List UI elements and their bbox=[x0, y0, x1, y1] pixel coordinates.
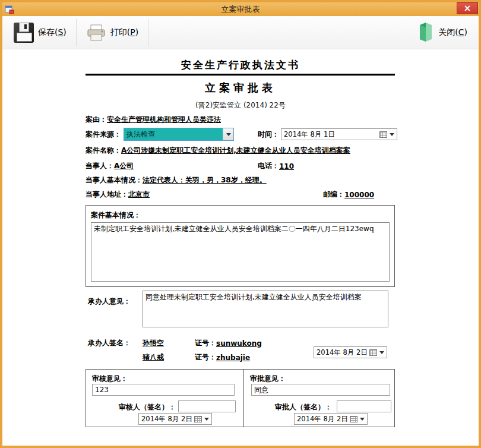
review-approval-box: 审核意见： 审核人（签名）： 2014年 8月 2日 审批意见： 审批人（签名）… bbox=[86, 369, 395, 427]
party-row: 当事人： A公司 电话： 110 bbox=[86, 161, 395, 171]
time-datepicker-value: 2014年 8月 1日 bbox=[284, 130, 379, 139]
window-title: 立案审批表 bbox=[2, 4, 479, 15]
double-rule bbox=[86, 74, 395, 76]
doc-number: (晋2)安监管立 (2014) 22号 bbox=[2, 100, 479, 111]
titlebar-close-button[interactable] bbox=[457, 2, 478, 14]
case-source-combobox[interactable]: 执法检查 bbox=[124, 128, 234, 141]
time-label: 时间： bbox=[258, 130, 279, 140]
postcode-group: 邮编： 100000 bbox=[323, 190, 374, 200]
party-label: 当事人： bbox=[86, 161, 114, 171]
postcode-label: 邮编： bbox=[323, 190, 344, 200]
signer-name-link[interactable]: 孙悟空 bbox=[143, 338, 195, 348]
save-button[interactable]: 保存(S) bbox=[7, 18, 73, 48]
case-name-label: 案件名称： bbox=[86, 146, 121, 156]
toolbar-separator bbox=[76, 19, 77, 46]
approval-opinion-input[interactable] bbox=[251, 384, 390, 396]
party-info-label: 当事人基本情况： bbox=[86, 175, 143, 185]
handler-datepicker-value: 2014年 8月 2日 bbox=[317, 348, 369, 357]
party-link[interactable]: A公司 bbox=[114, 161, 134, 171]
party-address-label: 当事人地址： bbox=[86, 190, 128, 200]
print-button[interactable]: 打印(P) bbox=[80, 18, 145, 48]
approval-datepicker[interactable]: 2014年 8月 2日 bbox=[294, 413, 368, 425]
review-column: 审核意见： 审核人（签名）： 2014年 8月 2日 bbox=[86, 370, 244, 427]
phone-label: 电话： bbox=[258, 161, 279, 171]
approval-signer-label: 审批人（签名）： bbox=[275, 402, 332, 412]
case-detail-textarea[interactable]: 未制定职工安全培训计划,未建立健全从业人员安全培训档案二〇一四年八月二日123e… bbox=[91, 222, 390, 282]
review-datepicker[interactable]: 2014年 8月 2日 bbox=[138, 413, 212, 425]
chevron-down-icon bbox=[390, 133, 394, 136]
case-reason-row: 案由： 安全生产管理机构和管理人员类违法 bbox=[86, 115, 395, 125]
cert-number-link[interactable]: zhubajie bbox=[216, 354, 250, 362]
cert-label: 证号： bbox=[195, 338, 216, 348]
party-address-link[interactable]: 北京市 bbox=[128, 190, 150, 200]
case-detail-label: 案件基本情况： bbox=[91, 210, 141, 220]
save-button-label: 保存 bbox=[38, 27, 55, 37]
review-opinion-label: 审核意见： bbox=[92, 374, 128, 384]
cert-label: 证号： bbox=[195, 352, 216, 362]
approval-column: 审批意见： 审批人（签名）： 2014年 8月 2日 bbox=[244, 370, 394, 427]
chevron-down-icon bbox=[379, 351, 384, 354]
toolbar: 保存(S) 打印(P) 关闭(C) bbox=[2, 16, 479, 49]
dialog-window: 立案审批表 保存(S) 打印(P) 关闭(C) bbox=[0, 0, 481, 448]
handler-opinion-textarea[interactable]: 同意处理未制定职工安全培训计划,未建立健全从业人员安全培训档案 bbox=[143, 291, 388, 327]
party-address-row: 当事人地址： 北京市 邮编： 100000 bbox=[86, 190, 395, 200]
case-reason-label: 案由： bbox=[86, 115, 107, 125]
handler-sign-label: 承办人签名： bbox=[88, 338, 131, 348]
case-source-row: 案件来源： 执法检查 时间： 2014年 8月 1日 bbox=[86, 128, 395, 141]
handler-sign-row: 猪八戒 证号： zhubajie bbox=[143, 352, 250, 362]
signer-name-link[interactable]: 猪八戒 bbox=[143, 352, 195, 362]
calendar-icon bbox=[379, 131, 387, 138]
case-source-label: 案件来源： bbox=[86, 130, 121, 140]
cert-number-link[interactable]: sunwukong bbox=[216, 339, 262, 348]
review-datepicker-value: 2014年 8月 2日 bbox=[141, 415, 194, 424]
review-opinion-input[interactable] bbox=[92, 384, 235, 396]
phone-group: 电话： 110 bbox=[258, 161, 294, 171]
doc-header: 安全生产行政执法文书 bbox=[2, 58, 479, 72]
save-floppy-icon bbox=[14, 23, 34, 43]
case-detail-box: 案件基本情况： 未制定职工安全培训计划,未建立健全从业人员安全培训档案二〇一四年… bbox=[86, 205, 395, 287]
postcode-link[interactable]: 100000 bbox=[344, 191, 374, 199]
chevron-down-icon bbox=[204, 418, 209, 421]
calendar-icon bbox=[350, 416, 357, 422]
doc-title: 立案审批表 bbox=[2, 81, 479, 95]
close-button-label: 关闭 bbox=[438, 27, 455, 37]
review-signer-input[interactable] bbox=[178, 400, 236, 412]
print-button-label: 打印 bbox=[110, 27, 127, 37]
chevron-down-icon bbox=[360, 418, 365, 421]
handler-opinion-label: 承办人意见： bbox=[88, 296, 131, 307]
approval-datepicker-value: 2014年 8月 2日 bbox=[297, 415, 350, 424]
combobox-dropdown-button[interactable] bbox=[223, 128, 233, 140]
printer-icon bbox=[86, 24, 106, 42]
exit-door-icon bbox=[416, 22, 434, 43]
time-datepicker[interactable]: 2014年 8月 1日 bbox=[281, 128, 397, 140]
case-reason-link[interactable]: 安全生产管理机构和管理人员类违法 bbox=[107, 115, 221, 125]
party-info-link[interactable]: 法定代表人：关羽，男，38岁，经理。 bbox=[143, 175, 267, 185]
handler-sign-row: 孙悟空 证号： sunwukong bbox=[143, 338, 262, 348]
toolbar-separator bbox=[148, 19, 148, 46]
case-name-link[interactable]: A公司涉嫌未制定职工安全培训计划,未建立健全从业人员安全培训档案案 bbox=[121, 146, 350, 156]
calendar-icon bbox=[369, 349, 377, 356]
phone-link[interactable]: 110 bbox=[279, 162, 294, 171]
handler-datepicker[interactable]: 2014年 8月 2日 bbox=[314, 346, 387, 358]
approval-signer-input[interactable] bbox=[337, 400, 391, 412]
time-group: 时间： 2014年 8月 1日 bbox=[258, 128, 397, 140]
calendar-icon bbox=[194, 416, 202, 422]
close-button[interactable]: 关闭(C) bbox=[410, 18, 474, 48]
chevron-down-icon bbox=[226, 133, 231, 136]
app-icon bbox=[5, 5, 14, 14]
review-signer-label: 审核人（签名）： bbox=[119, 402, 176, 412]
case-name-row: 案件名称： A公司涉嫌未制定职工安全培训计划,未建立健全从业人员安全培训档案案 bbox=[86, 146, 395, 156]
case-source-selected: 执法检查 bbox=[124, 128, 223, 140]
form-content: 安全生产行政执法文书 立案审批表 (晋2)安监管立 (2014) 22号 案由：… bbox=[2, 49, 479, 446]
approval-opinion-label: 审批意见： bbox=[250, 374, 286, 384]
titlebar: 立案审批表 bbox=[2, 2, 479, 16]
party-info-row: 当事人基本情况： 法定代表人：关羽，男，38岁，经理。 bbox=[86, 175, 395, 185]
